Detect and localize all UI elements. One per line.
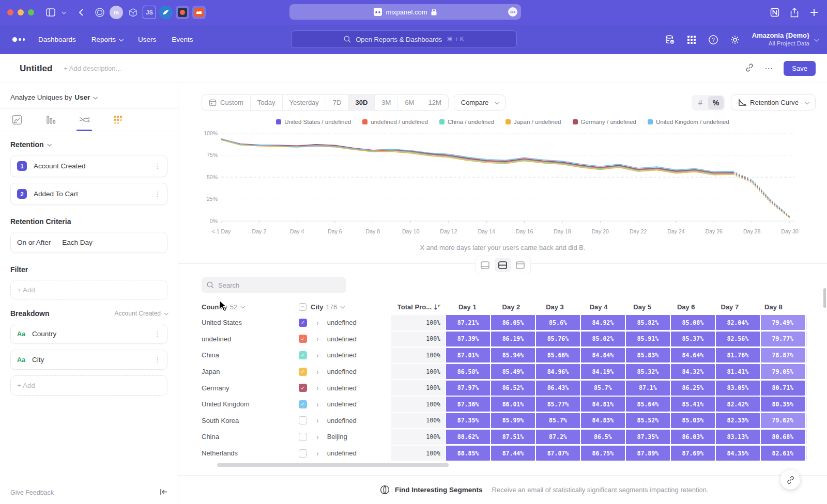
share-icon[interactable] <box>789 7 800 18</box>
extension-bird-icon[interactable] <box>159 6 173 19</box>
window-scrollbar[interactable] <box>823 288 826 308</box>
row-checkbox[interactable]: ✓ <box>299 335 307 343</box>
tab-retention-icon[interactable] <box>112 114 124 125</box>
retention-value-cell[interactable]: 85.64% <box>626 397 670 412</box>
retention-value-cell[interactable]: 85.82% <box>626 315 670 330</box>
retention-value-cell[interactable]: 85.41% <box>671 397 715 412</box>
retention-value-cell[interactable]: 85.08% <box>671 315 715 330</box>
breakdown-options-icon[interactable]: ⋮ <box>154 356 161 364</box>
retention-value-cell[interactable]: 87.1% <box>626 381 670 396</box>
retention-value-cell[interactable]: 86.75% <box>581 446 625 461</box>
more-options-button[interactable]: ⋯ <box>764 64 773 73</box>
retention-value-cell[interactable]: 80.71% <box>761 381 805 396</box>
copy-link-icon[interactable] <box>745 63 754 74</box>
nav-dashboards[interactable]: Dashboards <box>38 36 76 43</box>
retention-value-cell[interactable]: 79.49% <box>761 315 805 330</box>
number-format-button[interactable]: # <box>693 96 708 109</box>
retention-value-cell[interactable]: 79.77% <box>761 332 805 346</box>
step-options-icon[interactable]: ⋮ <box>154 190 161 198</box>
notion-extension-icon[interactable] <box>769 7 780 18</box>
retention-value-cell[interactable]: 87.44% <box>491 446 535 461</box>
retention-value-cell[interactable]: 84.96% <box>536 364 580 379</box>
expand-row-icon[interactable]: › <box>316 335 319 343</box>
retention-value-cell[interactable]: 85.76% <box>536 332 580 346</box>
retention-value-cell[interactable]: 80.35% <box>761 397 805 412</box>
retention-value-cell[interactable]: 86.5% <box>581 430 625 445</box>
breakdown-options-icon[interactable]: ⋮ <box>154 330 161 338</box>
give-feedback-link[interactable]: Give Feedback <box>10 489 54 496</box>
layout-table-only-button[interactable] <box>512 258 529 272</box>
retention-value-cell[interactable]: 88.85% <box>446 446 490 461</box>
range-today[interactable]: Today <box>251 95 283 110</box>
retention-value-cell[interactable]: 85.52% <box>626 413 670 428</box>
table-search-input[interactable]: Search <box>202 277 346 293</box>
day-column-header[interactable]: Day 3 <box>533 303 577 311</box>
retention-value-cell[interactable]: 84.83% <box>581 413 625 428</box>
range-6m[interactable]: 6M <box>398 95 421 110</box>
retention-section-header[interactable]: Retention <box>10 140 167 149</box>
chevron-down-icon[interactable] <box>60 6 67 19</box>
row-checkbox[interactable]: ✓ <box>299 319 307 327</box>
nav-events[interactable]: Events <box>172 36 193 43</box>
extension-cube-icon[interactable] <box>126 6 140 19</box>
range-custom[interactable]: Custom <box>202 95 251 110</box>
breakdown-country[interactable]: Aa Country ⋮ <box>10 324 167 344</box>
range-yesterday[interactable]: Yesterday <box>283 95 326 110</box>
range-30d[interactable]: 30D <box>348 95 375 110</box>
nav-reports[interactable]: Reports <box>91 36 122 43</box>
extension-target-icon[interactable] <box>93 6 106 19</box>
expand-row-icon[interactable]: › <box>316 400 319 408</box>
retention-value-cell[interactable]: 87.36% <box>446 397 490 412</box>
compare-button[interactable]: Compare <box>454 94 506 111</box>
table-row[interactable]: Netherlands›undefined100%88.85%87.44%87.… <box>202 445 806 462</box>
retention-value-cell[interactable]: 85.02% <box>581 332 625 346</box>
select-all-checkbox[interactable]: − <box>299 303 307 311</box>
retention-value-cell[interactable]: 82.56% <box>716 332 760 346</box>
total-column-header[interactable]: Total Pro... <box>391 303 446 311</box>
layout-chart-only-button[interactable] <box>477 258 494 272</box>
address-bar[interactable]: ●● mixpanel.com ••• <box>289 4 521 20</box>
add-breakdown-button[interactable]: + Add <box>10 375 167 396</box>
tab-funnels-icon[interactable] <box>45 114 56 125</box>
close-window-button[interactable] <box>7 9 13 15</box>
table-row[interactable]: undefined✓›undefined100%87.39%86.19%85.7… <box>202 331 806 348</box>
retention-value-cell[interactable]: 82.33% <box>716 413 760 428</box>
retention-value-cell[interactable]: 87.97% <box>446 381 490 396</box>
global-search-button[interactable]: Open Reports & Dashboards ⌘ + K <box>291 30 517 48</box>
retention-value-cell[interactable]: 84.32% <box>671 364 715 379</box>
retention-value-cell[interactable]: 79.62% <box>761 413 805 428</box>
retention-value-cell[interactable]: 86.43% <box>536 381 580 396</box>
retention-criteria-control[interactable]: On or After Each Day <box>10 232 167 253</box>
retention-value-cell[interactable]: 84.19% <box>581 364 625 379</box>
retention-value-cell[interactable]: 87.21% <box>446 315 490 330</box>
table-row[interactable]: China›Beijing100%88.62%87.51%87.2%86.5%8… <box>202 429 806 445</box>
table-row[interactable]: Germany✓›undefined100%87.97%86.52%86.43%… <box>202 380 806 396</box>
retention-value-cell[interactable]: 85.77% <box>536 397 580 412</box>
table-row[interactable]: South Korea›undefined100%87.35%85.99%85.… <box>202 413 806 429</box>
save-button[interactable]: Save <box>784 61 816 76</box>
range-7d[interactable]: 7D <box>326 95 349 110</box>
chart-type-dropdown[interactable]: Retention Curve <box>731 94 816 111</box>
back-icon[interactable] <box>73 6 88 19</box>
window-controls[interactable] <box>7 9 34 15</box>
range-12m[interactable]: 12M <box>421 95 448 110</box>
retention-value-cell[interactable]: 86.58% <box>446 364 490 379</box>
table-row[interactable]: China✓›undefined100%87.01%85.94%85.66%84… <box>202 347 806 364</box>
retention-value-cell[interactable]: 87.89% <box>626 446 670 461</box>
retention-value-cell[interactable]: 85.03% <box>671 413 715 428</box>
extension-js-icon[interactable]: JS <box>143 6 156 19</box>
legend-item[interactable]: Germany / undefined <box>573 119 636 125</box>
sidebar-toggle-icon[interactable] <box>43 6 58 19</box>
extension-patreon-icon[interactable] <box>176 6 189 19</box>
day-column-header[interactable]: Day 1 <box>446 303 489 311</box>
retention-value-cell[interactable]: 79.05% <box>761 364 805 379</box>
retention-value-cell[interactable]: 85.37% <box>671 332 715 346</box>
retention-value-cell[interactable]: 86.52% <box>491 381 535 396</box>
retention-value-cell[interactable]: 83.05% <box>716 381 760 396</box>
row-checkbox[interactable]: ✓ <box>299 384 307 392</box>
table-row[interactable]: United Kingdom✓›undefined100%87.36%86.01… <box>202 396 806 413</box>
percent-format-button[interactable]: % <box>708 96 724 109</box>
address-more-icon[interactable]: ••• <box>508 7 517 17</box>
row-checkbox[interactable]: ✓ <box>299 351 307 359</box>
retention-value-cell[interactable]: 82.04% <box>716 315 760 330</box>
